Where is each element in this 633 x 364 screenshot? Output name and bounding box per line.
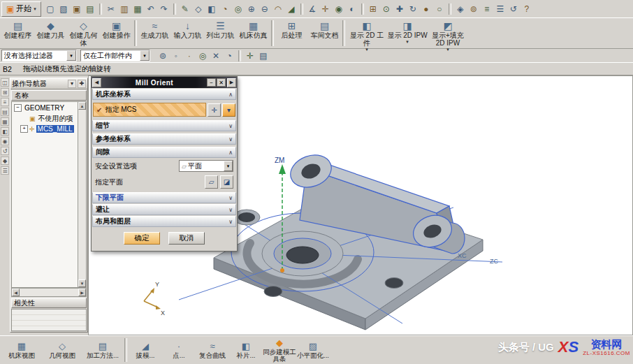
composite-curve-button[interactable]: ≈ 复合曲线: [196, 336, 229, 364]
subtract-icon[interactable]: ⊖: [259, 3, 271, 15]
safe-setting-combo[interactable]: ▱ 平面 ▾: [179, 160, 233, 172]
dialog-forward-button[interactable]: ▶: [227, 78, 236, 87]
section-layout-layers[interactable]: 布局和图层 ∨: [92, 216, 236, 227]
machine-simulation-button[interactable]: ▦ 机床仿真: [237, 18, 270, 48]
quadrant-point-icon[interactable]: ◔: [223, 50, 235, 62]
plane-dialog-button[interactable]: ▱: [205, 175, 218, 189]
chevron-down-icon[interactable]: ▾: [140, 50, 150, 61]
tree-expander[interactable]: −: [14, 104, 22, 112]
show-filled-2d-ipw-button[interactable]: ◩ 显示+填充 2D IPW ▾: [428, 18, 468, 48]
layer-settings-icon[interactable]: ≡: [481, 3, 493, 15]
selection-filter-combo[interactable]: 没有选择过滤器 ▾: [1, 50, 77, 61]
geometry-view-button[interactable]: ◇ 几何视图: [42, 336, 82, 364]
center-point-icon[interactable]: ◎: [196, 50, 209, 62]
wcs-icon[interactable]: ✛: [244, 50, 256, 62]
point-button[interactable]: ∙ 点...: [162, 336, 196, 364]
save-icon[interactable]: ▣: [71, 3, 83, 15]
roles-icon[interactable]: ☰: [1, 166, 9, 175]
edge-blend-icon[interactable]: ◠: [272, 3, 284, 15]
redo-icon[interactable]: ↷: [158, 3, 170, 15]
measure-distance-icon[interactable]: ∡: [306, 3, 319, 15]
object-display-icon[interactable]: ◐: [346, 3, 358, 15]
constraint-navigator-icon[interactable]: ⊞: [1, 88, 9, 96]
cancel-button[interactable]: 取消: [168, 232, 205, 245]
navigator-title-bar[interactable]: 操作导航器 ▾ ✚: [10, 78, 87, 89]
section-clearance[interactable]: 间隙 ∧: [92, 147, 236, 158]
mid-point-icon[interactable]: ∙: [183, 50, 196, 62]
postprocess-button[interactable]: ⊞ 后处理: [275, 18, 308, 48]
sketch-icon[interactable]: ✎: [179, 3, 191, 15]
ok-button[interactable]: 确定: [124, 232, 160, 245]
scroll-right-icon[interactable]: ▶: [78, 289, 86, 296]
scroll-down-icon[interactable]: ▼: [78, 279, 86, 287]
datum-plane-icon[interactable]: ◇: [192, 3, 205, 15]
scroll-up-icon[interactable]: ▲: [78, 102, 86, 110]
history-icon[interactable]: ↺: [1, 147, 9, 155]
navigator-vertical-scrollbar[interactable]: ▲ ▼: [78, 102, 86, 287]
section-details[interactable]: 细节 ∨: [92, 120, 236, 131]
show-hide-icon[interactable]: ◉: [333, 3, 345, 15]
end-point-icon[interactable]: ◦: [170, 50, 182, 62]
geometry-node[interactable]: − GEOMETRY: [12, 103, 78, 113]
mcs-mill-node[interactable]: + ✛ MCS_MILL: [12, 124, 78, 134]
navigator-horizontal-scrollbar[interactable]: ◀ ▶: [11, 288, 87, 297]
move-object-icon[interactable]: ✛: [319, 3, 332, 15]
paste-icon[interactable]: ▦: [131, 3, 144, 15]
tree-expander[interactable]: +: [20, 125, 28, 133]
specify-mcs-field[interactable]: ✔ 指定 MCS: [93, 103, 206, 117]
show-2d-workpiece-button[interactable]: ◧ 显示 2D 工件 ▾: [347, 18, 387, 48]
chamfer-icon[interactable]: ◢: [285, 3, 298, 15]
scroll-left-icon[interactable]: ◀: [12, 289, 20, 296]
name-column-header[interactable]: 名称: [11, 90, 87, 101]
snap-point-icon[interactable]: ⊚: [157, 50, 169, 62]
unused-items-node[interactable]: ▣ 不使用的项: [12, 113, 78, 124]
new-file-icon[interactable]: ▢: [44, 3, 57, 15]
csys-dialog-button[interactable]: ✛: [208, 103, 221, 117]
input-toolpath-button[interactable]: ↓ 输入刀轨: [171, 18, 204, 48]
web-browser-icon[interactable]: ◉: [1, 137, 9, 145]
center-boss[interactable]: [262, 231, 343, 276]
zoom-view-icon[interactable]: ⊙: [380, 3, 393, 15]
operation-navigator-icon[interactable]: ▤: [1, 108, 9, 116]
pin-icon[interactable]: ✚: [78, 80, 86, 88]
clipboard-icon[interactable]: ▤: [257, 50, 270, 62]
dialog-minimize-button[interactable]: −: [207, 78, 216, 87]
pan-view-icon[interactable]: ✚: [393, 3, 406, 15]
reuse-library-icon[interactable]: ◧: [1, 127, 9, 136]
dialog-title-bar[interactable]: ◀ Mill Orient − ✕ ▶: [92, 77, 237, 88]
dialog-back-button[interactable]: ◀: [92, 78, 101, 87]
generate-toolpath-button[interactable]: ≈ 生成刀轨: [138, 18, 171, 48]
facet-body-button[interactable]: ▨ 小平面化...: [296, 336, 330, 364]
shaded-view-icon[interactable]: ●: [420, 3, 432, 15]
orient-view-icon[interactable]: ◈: [454, 3, 467, 15]
close-icon[interactable]: ✕: [217, 78, 226, 87]
chevron-down-icon[interactable]: ▾: [66, 50, 76, 61]
copy-icon[interactable]: ▥: [118, 3, 131, 15]
hole-icon[interactable]: ◎: [232, 3, 245, 15]
open-file-icon[interactable]: ▧: [57, 3, 70, 15]
csys-options-button[interactable]: ▾: [222, 103, 235, 117]
section-lower-limit-plane[interactable]: 下限平面 ∨: [92, 192, 236, 203]
wireframe-view-icon[interactable]: ○: [433, 3, 446, 15]
help-icon[interactable]: ?: [521, 3, 533, 15]
unite-icon[interactable]: ⊕: [245, 3, 258, 15]
shop-documentation-button[interactable]: ▤ 车间文档: [308, 18, 341, 48]
snap-point-icon[interactable]: ⊚: [467, 3, 480, 15]
selection-scope-combo[interactable]: 仅在工作部件内 ▾: [80, 50, 150, 61]
create-tool-button[interactable]: ◆ 创建刀具: [34, 18, 67, 48]
cut-icon[interactable]: ✂: [105, 3, 117, 15]
create-geometry-button[interactable]: ◇ 创建几何体: [67, 18, 100, 48]
dependencies-section-header[interactable]: 相关性: [11, 298, 87, 308]
section-avoidance[interactable]: 避让 ∨: [92, 204, 236, 215]
list-toolpath-button[interactable]: ☰ 列出刀轨: [204, 18, 237, 48]
wcs-triad[interactable]: [144, 288, 161, 310]
plane-constructor-button[interactable]: ◪: [220, 175, 233, 189]
class-selection-icon[interactable]: ☰: [494, 3, 507, 15]
machine-tool-navigator-icon[interactable]: ▦: [1, 117, 9, 126]
machine-tool-view-button[interactable]: ▦ 机床视图: [1, 336, 42, 364]
create-operation-button[interactable]: ▣ 创建操作: [100, 18, 133, 48]
refresh-icon[interactable]: ↺: [507, 3, 520, 15]
chevron-down-icon[interactable]: ▾: [224, 161, 233, 171]
rotate-view-icon[interactable]: ↻: [407, 3, 419, 15]
process-studio-icon[interactable]: ◆: [1, 156, 9, 165]
